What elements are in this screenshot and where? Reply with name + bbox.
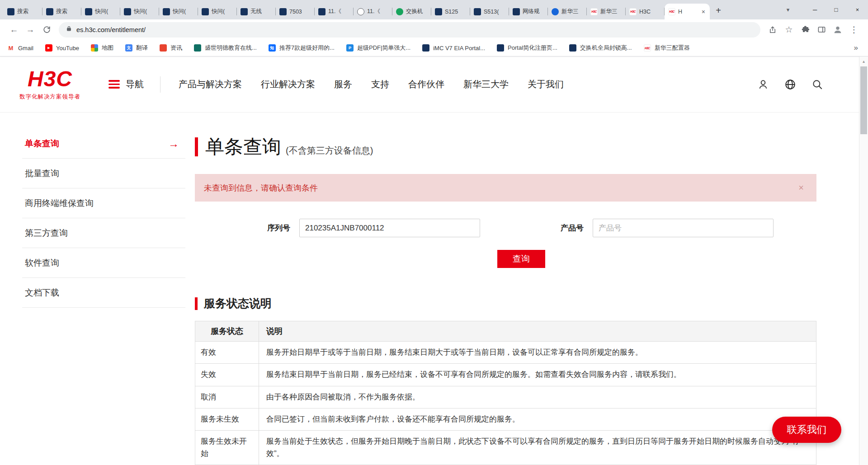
sidebar-item[interactable]: 批量查询 bbox=[22, 159, 185, 188]
table-row: 失效服务结束日期早于当前日期，服务已经结束，设备不可享有合同所规定的服务。如需查… bbox=[195, 364, 816, 386]
browser-tab[interactable]: S513( bbox=[470, 4, 509, 19]
scrollbar-thumb[interactable] bbox=[860, 66, 867, 134]
nav-item[interactable]: 产品与解决方案 bbox=[179, 78, 242, 90]
nav-menu-label: 导航 bbox=[126, 78, 144, 90]
window-close-button[interactable]: × bbox=[847, 0, 868, 19]
bookmarks-overflow-button[interactable]: » bbox=[851, 43, 861, 52]
tab-label: 无线 bbox=[250, 8, 272, 15]
profile-avatar[interactable] bbox=[830, 22, 845, 38]
zhihu-icon: 知 bbox=[269, 44, 276, 52]
bookmark-item[interactable]: iMC V7 EIA Portal... bbox=[422, 44, 485, 52]
section-accent-bar bbox=[195, 297, 198, 310]
page-scrollbar[interactable]: ▴ bbox=[859, 56, 868, 465]
bookmark-item[interactable]: P超级PDF|简单强大... bbox=[346, 44, 410, 52]
browser-tab[interactable]: 快问( bbox=[120, 4, 159, 19]
bookmark-star-button[interactable]: ☆ bbox=[781, 22, 797, 38]
bookmark-label: 新华三配置器 bbox=[655, 44, 690, 52]
tab-label: H3C bbox=[639, 9, 661, 15]
browser-tab[interactable]: H3CH× bbox=[665, 4, 710, 19]
maps-icon bbox=[91, 44, 98, 52]
browser-tab[interactable]: 11.《 bbox=[315, 4, 354, 19]
bookmark-item[interactable]: 知推荐7款超级好用的... bbox=[269, 44, 335, 52]
tab-label: 网络规 bbox=[523, 8, 544, 15]
tab-label: 7503 bbox=[289, 9, 311, 15]
search-icon bbox=[811, 79, 823, 90]
browser-tab[interactable]: 快问( bbox=[198, 4, 237, 19]
sidebar-item-label: 商用终端维保查询 bbox=[25, 197, 94, 209]
browser-tab[interactable]: 快问( bbox=[81, 4, 120, 19]
tab-search-chevron-icon[interactable]: ▾ bbox=[779, 6, 797, 13]
nav-item[interactable]: 新华三大学 bbox=[463, 78, 509, 90]
menu-button[interactable]: ⋮ bbox=[846, 22, 862, 38]
back-button[interactable]: ← bbox=[6, 22, 22, 38]
chat-green-icon bbox=[396, 8, 403, 15]
nav-item[interactable]: 支持 bbox=[371, 78, 389, 90]
bookmark-item[interactable]: H3C新华三配置器 bbox=[644, 44, 690, 52]
bookmark-item[interactable]: 地图 bbox=[91, 44, 113, 52]
bookmark-label: iMC V7 EIA Portal... bbox=[433, 45, 485, 52]
h3c-logo[interactable]: H3C 数字化解决方案领导者 bbox=[19, 68, 80, 101]
globe-icon bbox=[784, 79, 796, 90]
sidebar-item[interactable]: 软件查询 bbox=[22, 248, 185, 278]
bookmark-item[interactable]: 资讯 bbox=[160, 44, 182, 52]
page-content: 单条查询→批量查询商用终端维保查询第三方查询软件查询文档下载 单条查询 (不含第… bbox=[0, 113, 868, 465]
nav-item[interactable]: 服务 bbox=[334, 78, 352, 90]
forward-button[interactable]: → bbox=[23, 22, 38, 38]
sidebar-item[interactable]: 第三方查询 bbox=[22, 218, 185, 248]
bookmark-item[interactable]: ▶YouTube bbox=[45, 44, 79, 52]
reload-button[interactable] bbox=[39, 22, 54, 38]
browser-tab[interactable]: 快问( bbox=[159, 4, 198, 19]
extensions-button[interactable] bbox=[797, 22, 813, 38]
bookmark-item[interactable]: MGmail bbox=[7, 44, 33, 52]
alert-close-icon[interactable]: × bbox=[798, 183, 804, 193]
share-button[interactable] bbox=[765, 22, 780, 38]
title-accent-bar bbox=[195, 137, 198, 156]
nav-item[interactable]: 关于我们 bbox=[528, 78, 564, 90]
gmail-icon: M bbox=[7, 44, 14, 52]
contact-us-button[interactable]: 联系我们 bbox=[772, 417, 841, 443]
browser-tab[interactable]: 新华三 bbox=[548, 4, 587, 19]
browser-tab[interactable]: 7503 bbox=[276, 4, 315, 19]
nav-item[interactable]: 合作伙伴 bbox=[408, 78, 444, 90]
product-number-input[interactable] bbox=[593, 219, 774, 237]
reload-icon bbox=[42, 25, 51, 34]
query-submit-button[interactable]: 查询 bbox=[497, 250, 545, 268]
scroll-up-icon[interactable]: ▴ bbox=[859, 56, 868, 66]
tab-label: 新华三 bbox=[600, 8, 622, 15]
alert-message: 未查询到信息，请确认查询条件 bbox=[204, 183, 318, 193]
language-button[interactable] bbox=[784, 78, 797, 91]
bookmark-item[interactable]: 文翻译 bbox=[125, 44, 148, 52]
search-button[interactable] bbox=[811, 78, 824, 91]
bookmark-item[interactable]: 盛世明德教育在线... bbox=[194, 44, 257, 52]
browser-tab[interactable]: S125 bbox=[431, 4, 470, 19]
browser-tab[interactable]: 搜索 bbox=[42, 4, 81, 19]
browser-tab[interactable]: 网络规 bbox=[509, 4, 548, 19]
browser-tab[interactable]: H3CH3C bbox=[626, 4, 665, 19]
nav-item[interactable]: 行业解决方案 bbox=[261, 78, 315, 90]
bookmark-item[interactable]: 交换机全局封锁高... bbox=[569, 44, 632, 52]
tab-close-icon[interactable]: × bbox=[701, 8, 706, 15]
account-button[interactable] bbox=[757, 78, 769, 91]
bookmark-item[interactable]: Portal简化注册页... bbox=[497, 44, 557, 52]
tab-label: 快问( bbox=[212, 8, 233, 15]
minimize-button[interactable]: ─ bbox=[804, 0, 826, 19]
browser-tab[interactable]: H3C新华三 bbox=[587, 4, 626, 19]
nav-menu-button[interactable]: 导航 bbox=[108, 78, 144, 90]
sidebar-item[interactable]: 文档下载 bbox=[22, 278, 185, 308]
sidebar-item[interactable]: 单条查询→ bbox=[22, 129, 185, 159]
maximize-button[interactable]: □ bbox=[826, 0, 847, 19]
doc-navy-icon bbox=[513, 8, 520, 15]
browser-tab[interactable]: 交换机 bbox=[392, 4, 431, 19]
browser-tab[interactable]: 无线 bbox=[237, 4, 276, 19]
new-tab-button[interactable]: + bbox=[712, 4, 725, 17]
share-icon bbox=[769, 26, 777, 34]
serial-number-input[interactable] bbox=[299, 219, 480, 237]
address-bar[interactable]: es.h3c.com/entitlement/ bbox=[59, 22, 760, 38]
browser-tab[interactable]: 11.《 bbox=[354, 4, 392, 19]
page-title-row: 单条查询 (不含第三方设备信息) bbox=[195, 134, 816, 160]
browser-tab[interactable]: 搜索 bbox=[4, 4, 42, 19]
status-section-title: 服务状态说明 bbox=[204, 296, 272, 311]
split-view-button[interactable] bbox=[814, 22, 829, 38]
hamburger-icon bbox=[108, 80, 120, 89]
sidebar-item[interactable]: 商用终端维保查询 bbox=[22, 188, 185, 218]
